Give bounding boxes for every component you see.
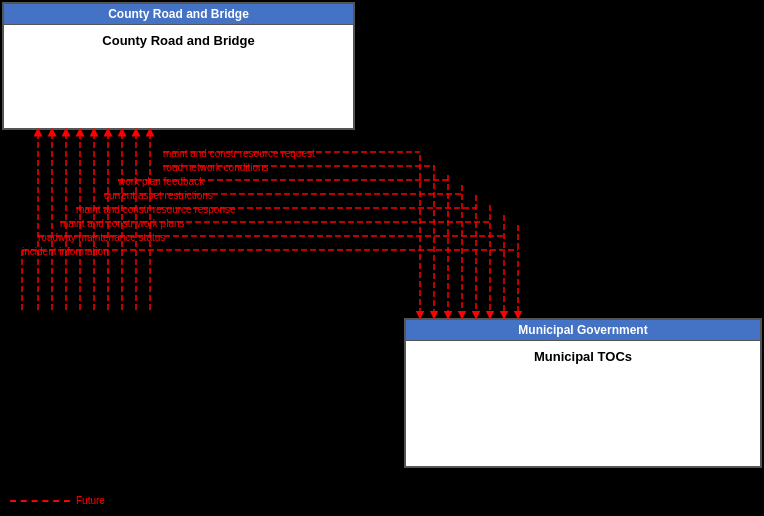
label2: road network conditions [163,162,269,173]
municipal-box-header: Municipal Government [406,320,760,341]
municipal-box-body: Municipal TOCs [406,341,760,372]
county-road-bridge-box: County Road and Bridge County Road and B… [2,2,355,130]
legend-label: Future [76,495,105,506]
labels-area: maint and constr resource requestroad ne… [0,140,764,320]
label7: roadway maintenance status [38,232,165,243]
label4: current asset restrictions [104,190,213,201]
legend: Future [10,495,105,506]
county-box-body: County Road and Bridge [4,25,353,56]
county-box-header: County Road and Bridge [4,4,353,25]
label6: maint and constr work plans [60,218,185,229]
label8: incident information [22,246,109,257]
municipal-government-box: Municipal Government Municipal TOCs [404,318,762,468]
label3: work plan feedback [118,176,204,187]
label1: maint and constr resource request [163,148,315,159]
legend-line-icon [10,500,70,502]
label5: maint and constr resource response [76,204,236,215]
